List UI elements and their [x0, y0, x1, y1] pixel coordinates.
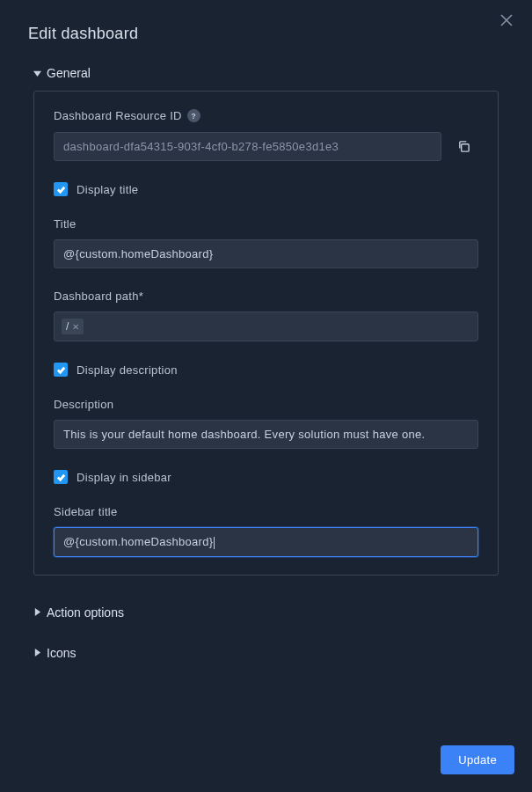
caret-down-icon: [33, 70, 41, 77]
remove-chip-icon[interactable]: ✕: [72, 322, 79, 332]
description-input[interactable]: [54, 420, 478, 449]
dashboard-path-input[interactable]: / ✕: [54, 312, 478, 341]
section-label: Icons: [47, 646, 76, 660]
checkbox-icon: [54, 363, 68, 377]
section-toggle-general[interactable]: General: [33, 62, 514, 84]
field-label: Dashboard path*: [54, 290, 478, 303]
copy-icon: [457, 140, 470, 153]
section-label: General: [47, 66, 91, 80]
field-label: Title: [54, 217, 478, 231]
field-resource-id: Dashboard Resource ID ?: [54, 109, 478, 161]
section-label: Action options: [47, 605, 124, 620]
help-icon[interactable]: ?: [187, 109, 200, 122]
section-toggle-action-options[interactable]: Action options: [33, 602, 514, 623]
caret-right-icon: [33, 649, 41, 656]
checkbox-label: Display description: [77, 363, 178, 377]
title-input[interactable]: [54, 239, 478, 268]
field-label: Description: [54, 398, 478, 411]
caret-right-icon: [33, 608, 41, 616]
sidebar-title-input[interactable]: @{custom.homeDashboard}: [54, 527, 478, 557]
dialog-title: Edit dashboard: [28, 25, 514, 43]
checkbox-icon: [54, 470, 68, 484]
field-label: Dashboard Resource ID ?: [54, 109, 478, 122]
checkbox-label: Display in sidebar: [77, 471, 171, 484]
field-description: Description: [54, 398, 478, 449]
update-button[interactable]: Update: [441, 745, 514, 774]
field-label: Sidebar title: [54, 505, 478, 518]
edit-dashboard-dialog: Edit dashboard General Dashboard Resourc…: [0, 0, 532, 792]
checkbox-display-title[interactable]: Display title: [54, 182, 478, 196]
path-chip: / ✕: [62, 319, 84, 334]
field-dashboard-path: Dashboard path* / ✕: [54, 290, 478, 341]
checkbox-icon: [54, 182, 68, 196]
resource-id-input[interactable]: [54, 132, 441, 161]
copy-button[interactable]: [448, 131, 478, 161]
checkbox-display-in-sidebar[interactable]: Display in sidebar: [54, 470, 478, 484]
close-icon: [500, 14, 513, 26]
checkbox-label: Display title: [77, 183, 138, 196]
section-toggle-icons[interactable]: Icons: [33, 642, 514, 664]
checkbox-display-description[interactable]: Display description: [54, 363, 478, 377]
close-button[interactable]: [500, 14, 518, 32]
field-sidebar-title: Sidebar title @{custom.homeDashboard}: [54, 505, 478, 557]
svg-rect-0: [461, 143, 468, 150]
dialog-footer: Update: [441, 745, 514, 774]
section-body-general: Dashboard Resource ID ? Display title T: [33, 91, 499, 576]
field-title: Title: [54, 217, 478, 268]
